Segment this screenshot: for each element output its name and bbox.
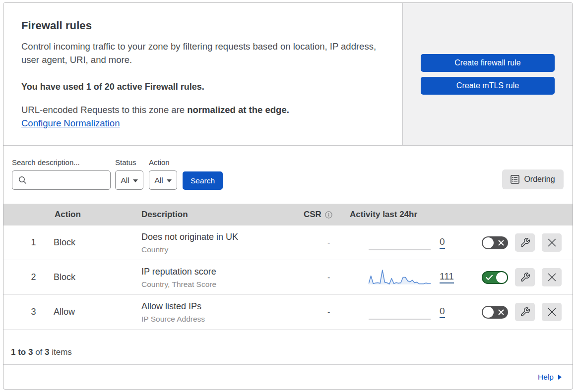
search-box (12, 170, 111, 190)
items-count: 1 to 3 of 3 items (3, 330, 573, 365)
rule-controls (464, 268, 573, 286)
chevron-down-icon (167, 179, 172, 182)
configure-normalization-link[interactable]: Configure Normalization (21, 116, 120, 130)
rule-controls (464, 233, 573, 252)
rule-description: Does not originate in UK Country (141, 231, 300, 255)
help-row: Help (3, 365, 573, 389)
edit-rule-button[interactable] (515, 303, 535, 321)
table-row: 1 Block Does not originate in UK Country… (3, 225, 573, 260)
edit-rule-button[interactable] (515, 268, 535, 286)
ordering-button[interactable]: Ordering (502, 169, 564, 189)
page-description: Control incoming traffic to your zone by… (21, 40, 380, 66)
rule-description: Allow listed IPs IP Source Address (141, 300, 300, 324)
delete-rule-button[interactable] (542, 233, 562, 252)
toggle-state-icon (486, 271, 493, 284)
rule-description-fields: IP Source Address (141, 314, 300, 324)
activity-count-link[interactable]: 0 (440, 237, 445, 249)
check-icon (486, 275, 493, 280)
close-icon (547, 273, 557, 282)
rule-activity: 0 (347, 303, 464, 322)
firewall-rules-page: Firewall rules Control incoming traffic … (0, 0, 576, 392)
toggle-state-icon (498, 306, 504, 319)
wrench-icon (520, 272, 530, 282)
wrench-icon (520, 237, 530, 248)
rule-action: Allow (54, 307, 141, 317)
status-label: Status (115, 158, 143, 167)
search-button[interactable]: Search (183, 171, 223, 190)
filters-bar: Search description... Status All Action (3, 146, 573, 204)
header-csr-label: CSR (304, 210, 321, 220)
wrench-icon (520, 307, 530, 317)
toggle-knob (483, 307, 494, 318)
search-icon (18, 176, 27, 184)
rule-enabled-toggle[interactable] (482, 236, 508, 249)
normalization-prefix: URL-encoded Requests to this zone are (21, 105, 187, 115)
header-description: Description (141, 210, 300, 220)
top-section: Firewall rules Control incoming traffic … (3, 3, 573, 146)
search-input[interactable] (31, 173, 110, 188)
status-value: All (121, 176, 129, 185)
rule-number: 1 (3, 237, 54, 248)
search-group: Search description... (12, 158, 111, 190)
activity-count-link[interactable]: 111 (440, 272, 454, 283)
action-select[interactable]: All (149, 170, 177, 190)
rule-enabled-toggle[interactable] (482, 306, 508, 319)
rule-number: 3 (3, 307, 54, 317)
x-icon (498, 240, 504, 246)
header-activity: Activity last 24hr (347, 210, 464, 220)
chevron-down-icon (133, 179, 138, 182)
rule-controls (464, 303, 573, 321)
rule-activity: 0 (347, 233, 464, 252)
rule-description-fields: Country (141, 244, 300, 255)
header-csr: CSR (300, 210, 347, 220)
create-mtls-rule-button[interactable]: Create mTLS rule (421, 77, 555, 95)
activity-sparkline (369, 303, 431, 322)
rule-enabled-toggle[interactable] (482, 271, 508, 284)
rule-action: Block (54, 272, 141, 282)
rule-action: Block (54, 237, 141, 248)
status-group: Status All (115, 158, 143, 190)
close-icon (547, 238, 557, 247)
rule-csr: - (300, 238, 347, 247)
activity-count-link[interactable]: 0 (440, 306, 445, 318)
normalization-bold: normalized at the edge. (187, 105, 289, 115)
search-label: Search description... (12, 158, 111, 167)
close-icon (547, 307, 557, 317)
rule-description-main: IP reputation score (141, 266, 300, 278)
ordered-list-icon (511, 175, 519, 184)
table-body: 1 Block Does not originate in UK Country… (3, 225, 573, 330)
help-label: Help (538, 373, 554, 382)
rule-description-fields: Country, Threat Score (141, 279, 300, 289)
x-icon (498, 309, 504, 315)
rule-description-main: Does not originate in UK (141, 231, 300, 243)
rule-number: 2 (3, 272, 54, 282)
usage-notice: You have used 1 of 20 active Firewall ru… (21, 80, 383, 93)
status-select[interactable]: All (115, 170, 143, 190)
delete-rule-button[interactable] (542, 268, 562, 286)
help-arrow-icon (558, 375, 562, 380)
intro-card: Firewall rules Control incoming traffic … (3, 3, 403, 145)
items-count-text: 1 to 3 of 3 items (11, 347, 72, 357)
action-group: Action All (149, 158, 177, 190)
toggle-knob (496, 272, 507, 283)
ordering-label: Ordering (524, 175, 555, 184)
delete-rule-button[interactable] (542, 303, 562, 321)
activity-sparkline (369, 268, 431, 287)
info-icon[interactable] (325, 211, 332, 219)
main-container: Firewall rules Control incoming traffic … (3, 2, 573, 390)
action-value: All (154, 176, 163, 185)
cta-panel: Create firewall rule Create mTLS rule (403, 3, 573, 145)
table-header: Action Description CSR Activity last 24h… (3, 204, 573, 225)
page-title: Firewall rules (21, 18, 383, 33)
header-action: Action (54, 210, 141, 220)
toggle-knob (483, 237, 494, 248)
create-firewall-rule-button[interactable]: Create firewall rule (421, 54, 555, 72)
edit-rule-button[interactable] (515, 233, 535, 252)
help-link[interactable]: Help (538, 373, 562, 382)
rule-description-main: Allow listed IPs (141, 300, 300, 312)
rule-description: IP reputation score Country, Threat Scor… (141, 266, 300, 289)
toggle-state-icon (498, 236, 504, 249)
rule-csr: - (300, 273, 347, 282)
table-row: 2 Block IP reputation score Country, Thr… (3, 260, 573, 295)
normalization-text: URL-encoded Requests to this zone are no… (21, 103, 383, 130)
